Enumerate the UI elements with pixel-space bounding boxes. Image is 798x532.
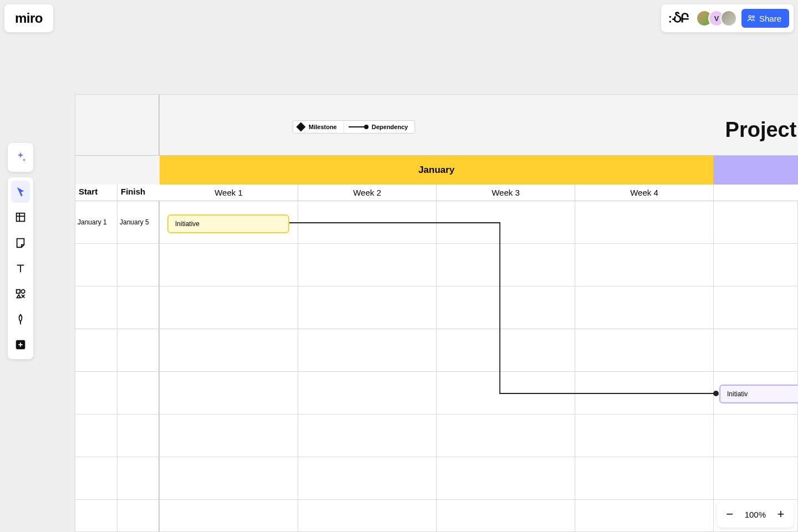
cell-week[interactable]	[437, 287, 575, 329]
cell-week[interactable]	[714, 329, 798, 371]
table-row[interactable]	[75, 415, 798, 457]
cell-finish[interactable]: January 5	[117, 201, 160, 243]
cell-week[interactable]	[575, 287, 714, 329]
month-next	[714, 156, 798, 185]
pen-icon	[14, 313, 27, 325]
zoom-level[interactable]: 100%	[745, 510, 766, 519]
zoom-in-button[interactable]: +	[774, 507, 788, 521]
share-button[interactable]: Share	[741, 9, 789, 28]
cell-start[interactable]	[75, 287, 117, 329]
table-row[interactable]	[75, 329, 798, 372]
app-logo[interactable]: miro	[4, 4, 53, 32]
cell-week[interactable]	[160, 372, 298, 414]
cell-start[interactable]	[75, 415, 117, 457]
cell-week[interactable]	[160, 500, 298, 532]
shapes-tool[interactable]	[11, 283, 30, 305]
cell-finish[interactable]	[117, 329, 160, 371]
select-tool[interactable]	[11, 181, 30, 203]
cell-week[interactable]	[714, 287, 798, 329]
gantt-bar-initiative[interactable]: Initiative	[167, 214, 289, 233]
board-title[interactable]: Project Ti	[725, 118, 798, 142]
cell-start[interactable]	[75, 457, 117, 499]
cell-week[interactable]	[575, 244, 714, 286]
cell-finish[interactable]	[117, 372, 160, 414]
pen-tool[interactable]	[11, 308, 30, 330]
cell-start[interactable]	[75, 329, 117, 371]
cell-week[interactable]	[437, 201, 575, 243]
cell-week[interactable]	[437, 500, 575, 532]
cell-week[interactable]	[298, 415, 437, 457]
cell-week[interactable]	[160, 457, 298, 499]
cell-week[interactable]	[575, 372, 714, 414]
ai-sparkle-button[interactable]	[11, 146, 30, 168]
cell-week[interactable]	[575, 457, 714, 499]
table-row[interactable]	[75, 500, 798, 532]
cell-finish[interactable]	[117, 415, 160, 457]
cell-week[interactable]	[437, 329, 575, 371]
frame-tool[interactable]	[11, 206, 30, 228]
cell-week[interactable]	[575, 329, 714, 371]
week-header: Week 4	[575, 185, 714, 201]
table-corner-cell	[75, 95, 160, 156]
cell-week[interactable]	[714, 457, 798, 499]
table-row[interactable]	[75, 457, 798, 500]
cell-week[interactable]	[298, 329, 437, 371]
minus-icon: −	[726, 507, 733, 521]
cell-week[interactable]	[575, 500, 714, 532]
table-row[interactable]	[75, 287, 798, 329]
cell-finish[interactable]	[117, 457, 160, 499]
cell-week[interactable]	[437, 457, 575, 499]
text-tool[interactable]	[11, 257, 30, 279]
svg-rect-7	[17, 290, 20, 293]
cell-week[interactable]	[160, 415, 298, 457]
table-row[interactable]	[75, 372, 798, 415]
avatar-stack[interactable]: V	[696, 10, 737, 27]
collaborators-activity-icon[interactable]: ჻ჂԲ	[666, 11, 692, 25]
sticky-note-tool[interactable]	[11, 232, 30, 254]
cell-finish[interactable]	[117, 500, 160, 532]
topbar-right: ჻ჂԲ V Share	[661, 4, 794, 32]
cell-week[interactable]	[437, 415, 575, 457]
cell-week[interactable]	[575, 201, 714, 243]
cell-week[interactable]	[160, 329, 298, 371]
cell-week[interactable]	[160, 244, 298, 286]
week-header	[714, 185, 798, 201]
zoom-control: − 100% +	[717, 501, 794, 528]
dependency-line-icon	[349, 125, 367, 129]
cell-week[interactable]	[714, 244, 798, 286]
cell-week[interactable]	[298, 244, 437, 286]
cell-week[interactable]	[298, 500, 437, 532]
cell-week[interactable]	[160, 287, 298, 329]
gantt-bar-label: Initiative	[175, 220, 200, 228]
cell-start[interactable]	[75, 372, 117, 414]
legend-dependency-label: Dependency	[372, 124, 408, 130]
share-label: Share	[759, 14, 781, 23]
table-row[interactable]	[75, 244, 798, 287]
cell-start[interactable]	[75, 500, 117, 532]
cell-week[interactable]	[437, 244, 575, 286]
cell-week[interactable]	[714, 201, 798, 243]
plus-square-icon	[14, 339, 27, 351]
gantt-bar-initiative[interactable]: Initiativ	[719, 385, 798, 403]
cell-finish[interactable]	[117, 244, 160, 286]
cell-week[interactable]	[298, 372, 437, 414]
cell-week[interactable]	[298, 287, 437, 329]
week-header: Week 3	[437, 185, 575, 201]
week-header: Week 1	[160, 185, 298, 201]
column-finish-header: Finish	[117, 185, 160, 201]
cell-week[interactable]	[298, 201, 437, 243]
cell-week[interactable]	[298, 457, 437, 499]
people-icon	[747, 14, 756, 23]
avatar[interactable]	[720, 10, 737, 27]
cell-start[interactable]	[75, 244, 117, 286]
timeline-board[interactable]: Milestone Dependency Project Ti Start Fi…	[75, 94, 798, 532]
cell-week[interactable]	[437, 372, 575, 414]
avatar-initial: V	[714, 14, 719, 23]
cell-start[interactable]: January 1	[75, 201, 117, 243]
cell-week[interactable]	[714, 415, 798, 457]
cell-finish[interactable]	[117, 287, 160, 329]
add-tool[interactable]	[11, 334, 30, 356]
legend-dependency: Dependency	[344, 121, 415, 133]
zoom-out-button[interactable]: −	[723, 507, 737, 521]
cell-week[interactable]	[575, 415, 714, 457]
